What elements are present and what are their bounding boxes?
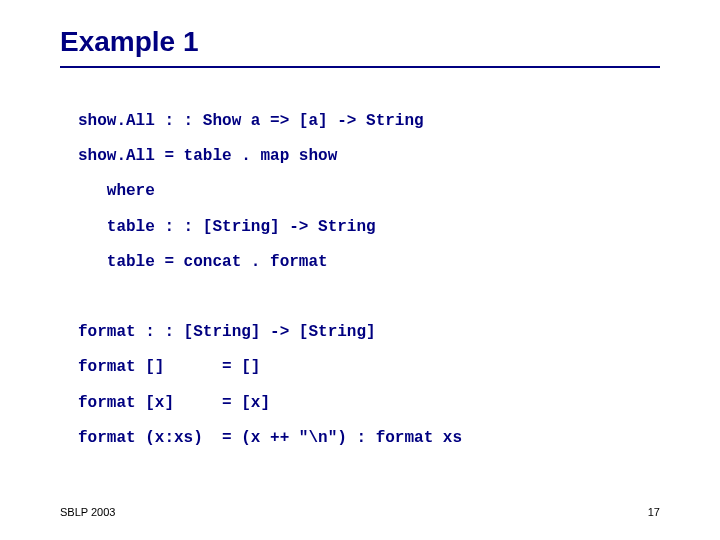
code-line: format [x] = [x]	[78, 394, 270, 412]
code-line: format : : [String] -> [String]	[78, 323, 376, 341]
code-block: show.All : : Show a => [a] -> String sho…	[60, 104, 660, 456]
page-number: 17	[648, 506, 660, 518]
code-line	[78, 288, 88, 306]
code-line: show.All : : Show a => [a] -> String	[78, 112, 424, 130]
code-line: show.All = table . map show	[78, 147, 337, 165]
code-line: table : : [String] -> String	[78, 218, 376, 236]
code-line: table = concat . format	[78, 253, 328, 271]
code-line: format [] = []	[78, 358, 260, 376]
slide-title: Example 1	[60, 26, 660, 68]
code-line: where	[78, 182, 155, 200]
footer-left: SBLP 2003	[60, 506, 115, 518]
footer: SBLP 2003 17	[60, 506, 660, 518]
code-line: format (x:xs) = (x ++ "\n") : format xs	[78, 429, 462, 447]
slide: Example 1 show.All : : Show a => [a] -> …	[0, 0, 720, 540]
